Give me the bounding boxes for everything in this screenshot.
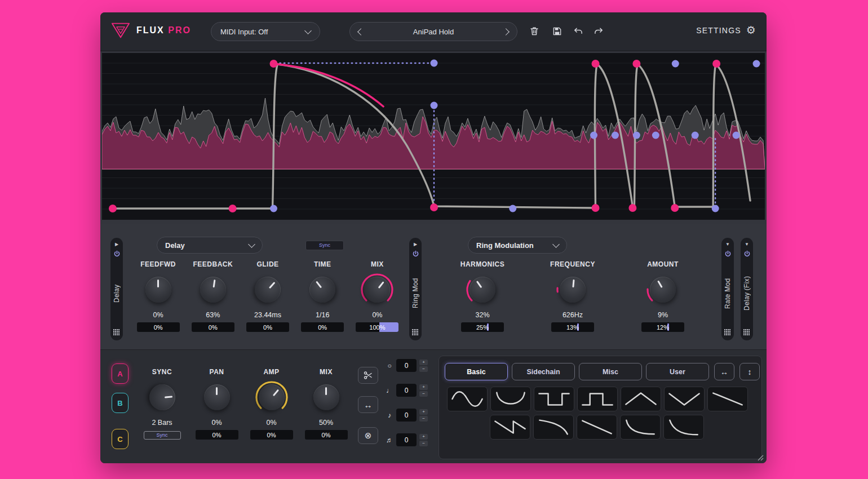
increment-button[interactable]: + — [419, 434, 428, 440]
scissors-split-button[interactable] — [358, 367, 378, 384]
envelope-node[interactable] — [632, 60, 640, 68]
stepper-value[interactable]: 0 — [396, 359, 417, 372]
mod-amount-box[interactable]: 0% — [246, 322, 289, 332]
power-icon[interactable] — [412, 250, 419, 258]
tab-user[interactable]: User — [646, 363, 709, 380]
power-icon[interactable] — [743, 250, 751, 258]
knob-feedback[interactable] — [196, 273, 230, 307]
envelope-node[interactable] — [628, 204, 636, 212]
mod-strip-delay-fix[interactable]: ▼ Delay (Fix) — [741, 238, 753, 340]
stepper-value[interactable]: 0 — [396, 409, 417, 422]
envelope-node-secondary[interactable] — [509, 205, 516, 212]
tab-misc[interactable]: Misc — [579, 363, 642, 380]
delete-preset-button[interactable] — [526, 24, 542, 38]
midi-input-dropdown[interactable]: MIDI Input: Off — [211, 22, 320, 41]
shape-saw-down[interactable] — [490, 415, 530, 440]
knob-harmonics[interactable] — [466, 273, 499, 307]
mod-amount-box[interactable]: 0% — [301, 322, 344, 332]
envelope-node-secondary[interactable] — [672, 60, 679, 68]
fx-type-dropdown-ring-mod[interactable]: Ring Modulation — [468, 237, 567, 254]
shape-sine[interactable] — [447, 387, 488, 411]
envelope-node-secondary[interactable] — [753, 60, 760, 68]
envelope-node-secondary[interactable] — [590, 132, 597, 139]
envelope-display[interactable] — [102, 53, 765, 220]
envelope-node[interactable] — [229, 205, 237, 212]
stretch-vertical-button[interactable]: ↕ — [739, 363, 760, 380]
knob-mix[interactable] — [309, 380, 343, 414]
settings-button[interactable]: SETTINGS ⚙ — [696, 25, 756, 36]
knob-glide[interactable] — [251, 273, 285, 307]
delay-sync-toggle[interactable]: Sync — [305, 241, 344, 250]
decrement-button[interactable]: − — [419, 416, 428, 422]
knob-amount[interactable] — [646, 273, 680, 307]
snapshot-a[interactable]: A — [112, 363, 129, 384]
shape-square-notch[interactable] — [534, 387, 574, 411]
mod-strip-ring-mod[interactable]: ▶ Ring Mod — [409, 238, 422, 340]
shape-curve-down-late[interactable] — [533, 415, 574, 440]
mod-amount-box[interactable]: 0% — [196, 430, 238, 440]
shape-triangle[interactable] — [621, 387, 661, 411]
envelope-node[interactable] — [109, 205, 117, 212]
mod-amount-box[interactable]: 0% — [137, 322, 180, 332]
redo-button[interactable] — [591, 24, 606, 38]
envelope-node[interactable] — [712, 60, 720, 68]
play-icon[interactable]: ▶ — [414, 242, 417, 247]
envelope-node-secondary[interactable] — [270, 205, 277, 212]
envelope-node-secondary[interactable] — [633, 132, 640, 139]
knob-pan[interactable] — [200, 380, 234, 414]
grid-icon[interactable] — [724, 329, 731, 336]
envelope-node-secondary[interactable] — [692, 132, 699, 139]
power-icon[interactable] — [724, 250, 732, 258]
increment-button[interactable]: + — [419, 409, 428, 415]
envelope-node-secondary[interactable] — [712, 205, 719, 212]
mod-amount-box[interactable]: 25% — [461, 322, 504, 332]
envelope-node[interactable] — [269, 60, 277, 68]
mod-strip-delay[interactable]: ▶ Delay — [110, 238, 123, 340]
shape-ramp-down[interactable] — [707, 387, 748, 411]
fx-type-dropdown-delay[interactable]: Delay — [157, 237, 263, 254]
play-icon[interactable]: ▶ — [115, 242, 118, 247]
grid-icon[interactable] — [113, 329, 120, 336]
triangle-down-icon[interactable]: ▼ — [745, 242, 749, 247]
grid-icon[interactable] — [743, 329, 750, 336]
next-preset-icon[interactable] — [502, 28, 510, 36]
shape-curve-down-early[interactable] — [620, 415, 661, 440]
sync-toggle-button[interactable]: Sync — [144, 431, 181, 440]
mod-amount-box[interactable]: 100% — [356, 322, 398, 332]
envelope-node-secondary[interactable] — [431, 60, 438, 67]
envelope-node[interactable] — [430, 203, 438, 211]
envelope-node[interactable] — [592, 60, 600, 68]
decrement-button[interactable]: − — [419, 391, 428, 397]
save-preset-button[interactable] — [549, 24, 565, 38]
cancel-button[interactable]: ⊗ — [358, 427, 378, 444]
envelope-node-secondary[interactable] — [733, 132, 740, 139]
envelope-waveform-canvas[interactable] — [102, 53, 765, 220]
increment-button[interactable]: + — [419, 384, 428, 390]
snapshot-b[interactable]: B — [112, 393, 129, 413]
mod-amount-box[interactable]: 0% — [305, 430, 348, 440]
stepper-value[interactable]: 0 — [396, 384, 417, 397]
triangle-down-icon[interactable]: ▼ — [725, 242, 730, 247]
decrement-button[interactable]: − — [419, 366, 428, 372]
knob-feedfwd[interactable] — [141, 273, 175, 307]
power-icon[interactable] — [113, 250, 121, 258]
swap-horizontal-button[interactable]: ↔ — [358, 396, 378, 413]
mod-amount-box[interactable]: 13% — [551, 322, 594, 332]
tab-sidechain[interactable]: Sidechain — [512, 363, 575, 380]
mod-amount-box[interactable]: 0% — [192, 322, 234, 332]
knob-sync[interactable] — [145, 380, 179, 414]
stepper-value[interactable]: 0 — [396, 433, 417, 446]
envelope-node[interactable] — [592, 204, 600, 212]
grid-icon[interactable] — [412, 329, 419, 336]
shape-pulse[interactable] — [577, 387, 618, 411]
decrement-button[interactable]: − — [419, 441, 428, 446]
shape-inverse-sine[interactable] — [490, 387, 531, 411]
shape-inverse-triangle[interactable] — [664, 387, 705, 411]
mod-strip-rate-mod[interactable]: ▼ Rate Mod — [721, 238, 734, 340]
knob-mix[interactable] — [360, 273, 394, 307]
envelope-node-secondary[interactable] — [652, 132, 659, 139]
stretch-horizontal-button[interactable]: ↔ — [714, 363, 734, 380]
shape-exp-decay[interactable] — [663, 415, 704, 440]
shape-line-down[interactable] — [577, 415, 617, 440]
knob-time[interactable] — [305, 273, 339, 307]
